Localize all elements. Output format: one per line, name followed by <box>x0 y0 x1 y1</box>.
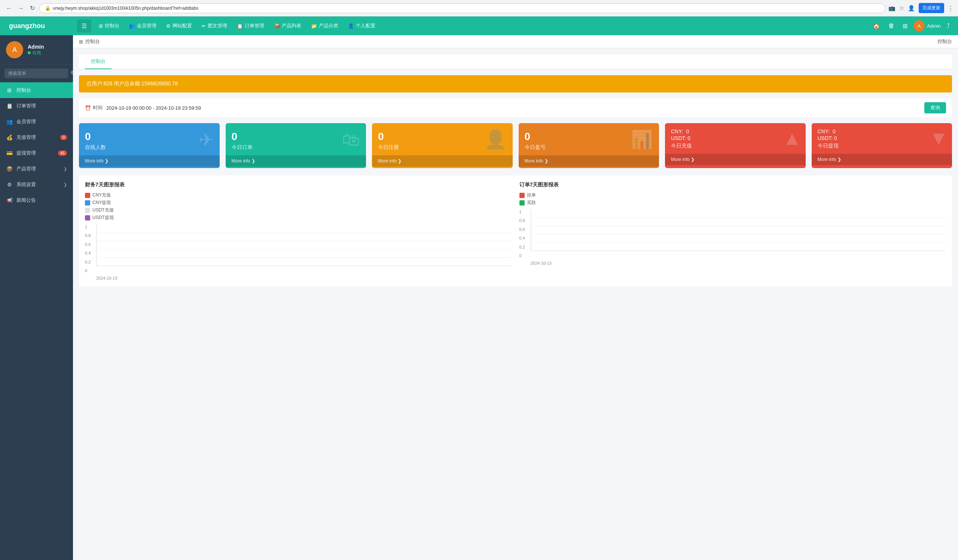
back-button[interactable]: ← <box>5 3 13 13</box>
legend-label-cny-recharge: CNY充值 <box>92 192 111 198</box>
withdraw-card-icon: ▼ <box>929 127 948 149</box>
stats-banner-text: 总用户:628 用户总余额:1586826800.78 <box>86 81 178 86</box>
nav-item-site-config[interactable]: ⚙ 网站配置 <box>162 19 197 32</box>
legend-label-pending: 挂单 <box>527 192 536 198</box>
url-text: unwjy.hwym.shop/akkq1d1003m1004i1005n.ph… <box>53 6 198 11</box>
user-status: 在线 <box>28 50 44 56</box>
forward-button[interactable]: → <box>16 3 25 13</box>
sidebar-menu: ⊞ 控制台 📋 订单管理 👥 会员管理 💰 充值管理 0 💳 <box>0 82 73 560</box>
top-nav-menu: ⊞ 控制台 👥 会员管理 ⚙ 网站配置 ✏ 图文管理 📋 订单管理 📦 产品列 <box>94 19 871 32</box>
bookmark-icon[interactable]: ☆ <box>899 5 904 12</box>
finance-y-axis: 10.80.60.40.20 <box>85 225 90 273</box>
legend-item-buy-fall: 买跌 <box>519 200 946 206</box>
online-icon: ✈ <box>199 129 214 150</box>
legend-item-pending: 挂单 <box>519 192 946 198</box>
today-reg-more-info[interactable]: More info ❯ <box>372 155 513 167</box>
legend-color-buy-fall <box>519 200 525 206</box>
legend-item-cny-withdraw: CNY提现 <box>85 200 512 206</box>
dashboard-tab: 控制台 <box>79 54 952 69</box>
order-chart: 订单7天图形报表 挂单 买跌 <box>519 182 946 280</box>
sidebar-item-recharge[interactable]: 💰 充值管理 0 <box>0 130 73 145</box>
avatar: A <box>6 41 23 59</box>
nav-item-categories[interactable]: 📁 产品分类 <box>306 19 343 32</box>
nav-item-profile[interactable]: 👤 个人配置 <box>344 19 380 32</box>
today-reg-icon: 👤 <box>484 129 507 150</box>
sidebar-recharge-label: 充值管理 <box>16 134 36 141</box>
sidebar-item-members[interactable]: 👥 会员管理 <box>0 114 73 130</box>
content-inner: 控制台 总用户:628 用户总余额:1586826800.78 ⏰ 时间 202… <box>73 48 958 292</box>
query-button[interactable]: 查询 <box>924 102 946 113</box>
browser-actions: 📺 ☆ 👤 完成更新 ⋮ <box>888 3 953 13</box>
user-info: Admin 在线 <box>28 44 44 56</box>
top-nav: guangzhou ☰ ⊞ 控制台 👥 会员管理 ⚙ 网站配置 ✏ 图文管理 📋… <box>0 16 958 35</box>
order-chart-area: 10.80.60.40.20 2024-10-13 <box>531 209 946 265</box>
sidebar-item-withdraw[interactable]: 💳 提现管理 45 <box>0 145 73 161</box>
recharge-more-info[interactable]: More info ❯ <box>665 154 806 165</box>
sidebar: A Admin 在线 🔍 ⊞ 控制台 📋 <box>0 35 73 560</box>
main-layout: A Admin 在线 🔍 ⊞ 控制台 📋 <box>0 35 958 560</box>
withdraw-cny-line: CNY: 0 <box>818 128 946 134</box>
today-pl-more-info[interactable]: More info ❯ <box>519 155 659 167</box>
share-icon-btn[interactable]: ⤴ <box>945 20 952 32</box>
url-bar[interactable]: 🔒 unwjy.hwym.shop/akkq1d1003m1004i1005n.… <box>39 3 885 13</box>
withdraw-usdt-line: USDT: 0 <box>818 135 946 141</box>
tab-dashboard[interactable]: 控制台 <box>85 54 111 69</box>
more-options-icon[interactable]: ⋮ <box>948 5 953 12</box>
profile-icon[interactable]: 👤 <box>908 5 915 12</box>
online-more-info[interactable]: More info ❯ <box>79 155 220 167</box>
user-avatar-top: A <box>914 20 925 32</box>
breadcrumb-icon: ⊞ <box>79 39 83 44</box>
cast-icon[interactable]: 📺 <box>888 5 896 12</box>
sidebar-item-dashboard[interactable]: ⊞ 控制台 <box>0 82 73 98</box>
sidebar-news-label: 新闻公告 <box>16 197 36 204</box>
sidebar-item-settings[interactable]: ⚙ 系统设置 ❯ <box>0 177 73 192</box>
search-input[interactable] <box>5 68 68 78</box>
sidebar-withdraw-label: 提现管理 <box>16 150 36 157</box>
today-orders-count: 0 <box>232 131 360 143</box>
sidebar-item-products-mgmt[interactable]: 📦 产品管理 ❯ <box>0 161 73 177</box>
settings-menu-icon: ⚙ <box>6 182 13 187</box>
top-nav-right: 🏠 🗑 ⊞ A Admin ⤴ <box>871 20 952 32</box>
nav-orders-label: 订单管理 <box>245 22 264 29</box>
withdraw-more-info[interactable]: More info ❯ <box>812 154 952 165</box>
sidebar-item-orders[interactable]: 📋 订单管理 <box>0 98 73 114</box>
sidebar-item-news[interactable]: 📢 新闻公告 <box>0 192 73 208</box>
expand-icon-btn[interactable]: ⊞ <box>900 20 910 32</box>
stat-card-today-reg: 0 今日注册 👤 More info ❯ <box>372 123 513 168</box>
page-title: 控制台 <box>937 38 952 45</box>
nav-site-config-label: 网站配置 <box>173 22 192 29</box>
sidebar-search: 🔍 <box>0 65 73 82</box>
tab-header: 控制台 <box>79 54 952 69</box>
nav-item-products[interactable]: 📦 产品列表 <box>270 19 306 32</box>
breadcrumb: ⊞ 控制台 <box>79 38 100 45</box>
legend-item-usdt-withdraw: USDT提现 <box>85 214 512 221</box>
trash-icon-btn[interactable]: 🗑 <box>886 20 897 32</box>
hamburger-button[interactable]: ☰ <box>77 19 91 33</box>
stat-card-today-orders: 0 今日订单 🛍 More info ❯ <box>226 123 366 168</box>
app: guangzhou ☰ ⊞ 控制台 👥 会员管理 ⚙ 网站配置 ✏ 图文管理 📋… <box>0 16 958 560</box>
nav-item-content[interactable]: ✏ 图文管理 <box>197 19 232 32</box>
recharge-card-icon: ▲ <box>782 127 802 149</box>
order-y-axis: 10.80.60.40.20 <box>519 209 525 258</box>
reload-button[interactable]: ↻ <box>29 3 36 13</box>
nav-item-members[interactable]: 👥 会员管理 <box>125 19 161 32</box>
stat-card-today-pl: 0 今日盈亏 📊 More info ❯ <box>519 123 659 168</box>
today-orders-more-info[interactable]: More info ❯ <box>226 155 366 167</box>
top-nav-user[interactable]: A Admin <box>914 20 941 32</box>
complete-update-button[interactable]: 完成更新 <box>919 3 944 13</box>
profile-nav-icon: 👤 <box>348 23 354 29</box>
legend-color-cny-withdraw <box>85 200 90 206</box>
order-x-label: 2024-10-13 <box>531 261 946 265</box>
sidebar-products-label: 产品管理 <box>16 165 36 172</box>
nav-item-dashboard[interactable]: ⊞ 控制台 <box>94 19 124 32</box>
browser-bar: ← → ↻ 🔒 unwjy.hwym.shop/akkq1d1003m1004i… <box>0 0 958 16</box>
orders-icon: 📋 <box>237 23 243 29</box>
legend-label-usdt-recharge: USDT充值 <box>92 207 114 213</box>
stats-banner: 总用户:628 用户总余额:1586826800.78 <box>79 75 952 92</box>
home-icon-btn[interactable]: 🏠 <box>871 20 882 32</box>
nav-item-orders[interactable]: 📋 订单管理 <box>232 19 269 32</box>
nav-dashboard-label: 控制台 <box>105 22 119 29</box>
search-button[interactable]: 🔍 <box>70 70 73 76</box>
withdraw-menu-icon: 💳 <box>6 150 13 156</box>
brand-logo: guangzhou <box>6 22 77 30</box>
